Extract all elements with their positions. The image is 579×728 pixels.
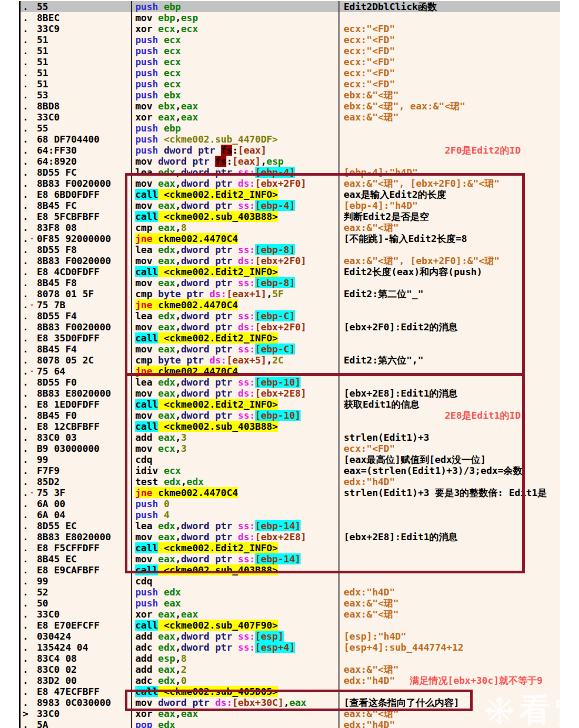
disasm-row[interactable]: .E8 35D0FDFFcall <ckme002.Edit2_INFO> — [19, 332, 560, 343]
instruction-token: ebx — [164, 89, 181, 100]
disasm-row[interactable]: .B9 03000000mov ecx,3ecx:"<FD" — [19, 443, 560, 454]
disasm-row[interactable]: .33C0xor eax,eaxeax:&"<珺" — [19, 112, 560, 123]
disasm-row[interactable]: .8D55 EClea edx,dword ptr ss:[ebp-14] — [19, 520, 560, 531]
disasm-row[interactable]: .8B83 E8020000mov eax,dword ptr ds:[ebx+… — [19, 388, 560, 399]
disasm-row[interactable]: .E8 5FCBFBFFcall <ckme002.sub_403B88>判断E… — [19, 211, 560, 222]
instruction-token: eax — [158, 200, 175, 211]
instruction-token: 4 — [164, 509, 169, 520]
disasm-row[interactable]: .53push ebxebx:&"<珺" — [19, 89, 560, 100]
comment-token: edx:"h4D" — [344, 719, 395, 728]
comment-token: eax=(strlen(Edit1)+3)/3;edx=余数 — [344, 465, 522, 476]
disasm-row[interactable]: .52push edxedx:"h4D" — [19, 587, 560, 598]
disasm-row[interactable]: .ˇ75 7Bjne ckme002.4470C4 — [19, 299, 560, 310]
instruction-token: <ckme002.Edit2_INFO> — [158, 332, 278, 343]
disasm-row[interactable]: .55push ebp — [19, 123, 560, 134]
disasm-row[interactable]: .83F8 08cmp eax,8eax:&"<珺" — [19, 222, 560, 233]
disasm-row[interactable]: .51push ecxecx:"<FD" — [19, 45, 560, 56]
disasm-row[interactable]: .8983 0C030000mov dword ptr ds:[ebx+30C]… — [19, 697, 560, 708]
instruction-token: [ebp-8] — [255, 244, 295, 255]
row-marker: .ˇ — [19, 366, 37, 377]
opcode-bytes: 8B83 E8020000 — [37, 531, 132, 542]
disasm-row[interactable]: .E8 F5CFFDFFcall <ckme002.Edit2_INFO> — [19, 542, 560, 553]
disasm-row[interactable]: .99cdq — [19, 575, 560, 587]
disasm-row[interactable]: .8B45 F8mov eax,dword ptr ss:[ebp-8] — [19, 277, 560, 288]
disasm-row[interactable]: .8BECmov ebp,esp — [19, 12, 560, 23]
opcode-bytes: 83F8 08 — [37, 222, 132, 233]
disasm-row[interactable]: .8B45 F0mov eax,dword ptr ss:[ebp-10]2E8… — [19, 410, 560, 421]
disasm-row[interactable]: .E8 12CBFBFFcall <ckme002.sub_403B88> — [19, 421, 560, 432]
column-separator-instruction-comment[interactable] — [338, 0, 340, 728]
column-separator-bytes-instruction[interactable] — [131, 0, 132, 728]
disasm-row[interactable]: .50push eaxeax:&"<珺" — [19, 598, 560, 609]
opcode-bytes: 99 — [37, 454, 132, 465]
disasm-row[interactable]: .8078 01 5Fcmp byte ptr ds:[eax+1],5FEdi… — [19, 288, 560, 299]
disasm-row[interactable]: .E8 47ECFBFFcall <ckme002.sub_405D05> — [19, 686, 560, 697]
disasm-row[interactable]: .E8 6BD0FDFFcall <ckme002.Edit2_INFO>eax… — [19, 189, 560, 200]
disasm-row[interactable]: .64:8920mov dword ptr fs:[eax],esp — [19, 156, 560, 167]
instruction-token: ckme002.4470C4 — [153, 366, 238, 377]
disasm-row[interactable]: .55push ebpEdit2DblClick函数 — [19, 1, 560, 12]
opcode-bytes: 8B83 F0020000 — [37, 255, 132, 266]
disasm-row[interactable]: .99cdq[eax最高位]赋值到[edx没一位] — [19, 454, 560, 465]
comment-cell — [339, 542, 560, 553]
disasm-row[interactable]: .ˇ0F85 92000000jne ckme002.4470C4[不能跳]-输… — [19, 233, 560, 244]
disasm-row[interactable]: .8078 05 2Ccmp byte ptr ds:[eax+5],2CEdi… — [19, 355, 560, 366]
disasm-row[interactable]: .33C0xor eax,eaxeax:&"<珺" — [19, 609, 560, 620]
comment-token: [eax最高位]赋值到[edx没一位] — [344, 454, 486, 465]
disasm-row[interactable]: .83C0 02add eax,2eax:&"<珺" — [19, 664, 560, 675]
disasm-row[interactable]: .E8 1ED0FDFFcall <ckme002.Edit2_INFO>获取E… — [19, 399, 560, 410]
row-marker: . — [19, 465, 37, 476]
disasm-row[interactable]: .8D55 F0lea edx,dword ptr ss:[ebp-10] — [19, 377, 560, 388]
disasm-row[interactable]: .64:FF30push dword ptr fs:[eax]2F0是Edit2… — [19, 145, 560, 156]
disasm-row[interactable]: .51push ecxecx:"<FD" — [19, 67, 560, 78]
instruction-token: ebp — [164, 1, 181, 12]
disasm-row[interactable]: .33C9xor ecx,ecxecx:"<FD" — [19, 23, 560, 34]
disasm-row[interactable]: .6A 04push 4 — [19, 509, 560, 520]
disasm-row[interactable]: .F7F9idiv ecxeax=(strlen(Edit1)+3)/3;edx… — [19, 465, 560, 476]
disasm-row[interactable]: .83D2 00adc edx,0edx:"h4D"满足情况[ebx+30c]就… — [19, 675, 560, 686]
disasm-row[interactable]: .8B45 F4mov eax,dword ptr ss:[ebp-C] — [19, 343, 560, 355]
disasm-row[interactable]: .85D2test edx,edxedx:"h4D" — [19, 476, 560, 487]
disasm-row[interactable]: .ˇ75 3Fjne ckme002.4470C4strlen(Edit1)+3… — [19, 487, 560, 498]
disasm-row[interactable]: .6A 00push 0 — [19, 498, 560, 509]
instruction-token: ds: — [238, 388, 255, 399]
comment-cell: edx:"h4D" — [339, 719, 560, 728]
instruction-token: , — [175, 343, 181, 355]
disasm-row[interactable]: .83C0 03add eax,3strlen(Edit1)+3 — [19, 432, 560, 443]
disasm-row[interactable]: .E8 4CD0FDFFcall <ckme002.Edit2_INFO>Edi… — [19, 266, 560, 277]
instruction-token: dword ptr — [158, 697, 215, 708]
instruction-cell: jne ckme002.4470C4 — [132, 366, 339, 377]
disasm-row[interactable]: .83C4 08add esp,8 — [19, 653, 560, 664]
disasm-row[interactable]: .51push ecxecx:"<FD" — [19, 78, 560, 89]
disasm-row[interactable]: .8B45 ECmov eax,dword ptr ss:[ebp-14] — [19, 553, 560, 564]
disasm-row[interactable]: .8D55 F8lea edx,dword ptr ss:[ebp-8] — [19, 244, 560, 255]
disasm-row[interactable]: .8BD8mov ebx,eaxebx:&"<珺", eax:&"<珺" — [19, 100, 560, 112]
disasm-row[interactable]: .51push ecxecx:"<FD" — [19, 56, 560, 67]
disasm-row[interactable]: .8D55 FClea edx,dword ptr ss:[ebp-4][ebp… — [19, 167, 560, 178]
row-marker: . — [19, 123, 37, 134]
comment-cell — [339, 553, 560, 564]
disasm-row[interactable]: .5Apop edxedx:"h4D" — [19, 719, 560, 728]
disasm-row[interactable]: .030424add eax,dword ptr ss:[esp][esp]:"… — [19, 631, 560, 642]
disasm-row[interactable]: .8B83 F0020000mov eax,dword ptr ds:[ebx+… — [19, 321, 560, 332]
instruction-cell: cdq — [132, 454, 339, 465]
disasm-row[interactable]: .8B83 E8020000mov eax,dword ptr ds:[ebx+… — [19, 531, 560, 542]
disasm-row[interactable]: .8B45 FCmov eax,dword ptr ss:[ebp-4][ebp… — [19, 200, 560, 211]
comment-cell — [339, 498, 560, 509]
comment-cell: [不能跳]-输入Edit2长度=8 — [339, 233, 560, 244]
disasm-row[interactable]: >33C0xor eax,eaxeax:&"<珺" — [19, 708, 560, 719]
disasm-row[interactable]: .135424 04adc edx,dword ptr ss:[esp+4][e… — [19, 642, 560, 653]
instruction-token: adc — [135, 642, 158, 653]
disasm-row[interactable]: .8D55 F4lea edx,dword ptr ss:[ebp-C] — [19, 310, 560, 321]
comment-cell — [339, 564, 560, 575]
disasm-row[interactable]: .68 DF704400push <ckme002.sub_4470DF> — [19, 134, 560, 145]
disasm-row[interactable]: .51push ecxecx:"<FD" — [19, 34, 560, 45]
comment-token: Edit2长度(eax)和内容(push) — [344, 266, 482, 277]
instruction-token: eax — [158, 255, 175, 266]
instruction-token: dword ptr — [181, 167, 238, 178]
disasm-row[interactable]: .E8 E9CAFBFFcall <ckme002.sub_403B88> — [19, 564, 560, 575]
disasm-row[interactable]: .8B83 F0020000mov eax,dword ptr ds:[ebx+… — [19, 178, 560, 189]
disasm-row[interactable]: .8B83 F0020000mov eax,dword ptr ds:[ebx+… — [19, 255, 560, 266]
disasm-row[interactable]: .E8 E70EFCFFcall <ckme002.sub_407F90> — [19, 620, 560, 631]
disasm-row[interactable]: .ˇ75 64jne ckme002.4470C4 — [19, 366, 560, 377]
